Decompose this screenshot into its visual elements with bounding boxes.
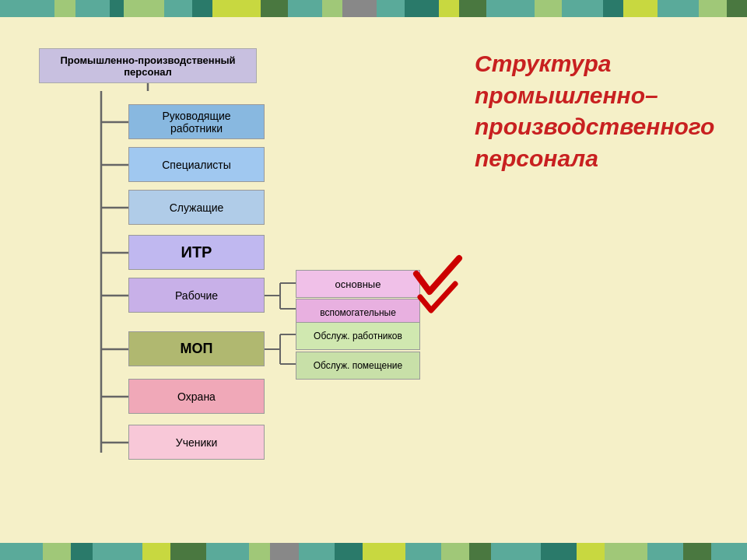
child-box-spec: Специалисты bbox=[128, 147, 265, 182]
child-box-sluzh: Служащие bbox=[128, 190, 265, 225]
bottom-decorative-bar bbox=[0, 543, 747, 560]
root-box: Промышленно-производственный персонал bbox=[39, 48, 257, 83]
diagram-container: Промышленно-производственный персонал Ру… bbox=[23, 33, 451, 515]
main-title: Структура промышленно– производственного… bbox=[475, 48, 714, 174]
sub-box-obsluzhrab: Обслуж. работников bbox=[296, 322, 420, 350]
main-content: Промышленно-производственный персонал Ру… bbox=[0, 17, 747, 543]
title-area: Структура промышленно– производственного… bbox=[475, 33, 724, 527]
child-box-rabochie: Рабочие bbox=[128, 278, 265, 313]
sub-box-osnovnye: основные bbox=[296, 270, 420, 298]
child-box-ohrana: Охрана bbox=[128, 379, 265, 414]
child-box-mop: МОП bbox=[128, 331, 265, 366]
child-box-ucheniki: Ученики bbox=[128, 425, 265, 460]
child-box-itr: ИТР bbox=[128, 235, 265, 270]
sub-box-obsluzhpom: Обслуж. помещение bbox=[296, 352, 420, 380]
checkmark-icons bbox=[412, 254, 467, 317]
child-box-rukov: Руководящие работники bbox=[128, 104, 265, 139]
diagram-area: Промышленно-производственный персонал Ру… bbox=[23, 33, 459, 527]
top-decorative-bar bbox=[0, 0, 747, 17]
